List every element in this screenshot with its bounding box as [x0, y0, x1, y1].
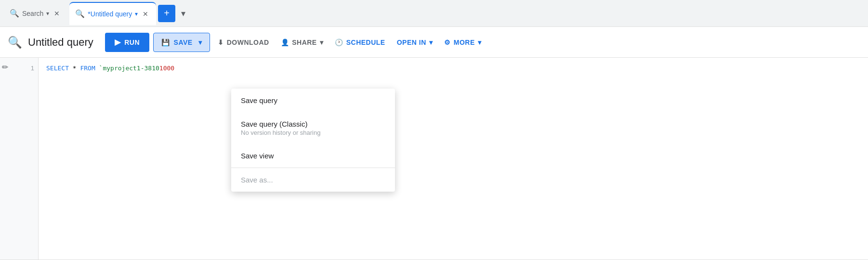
line-number-1: 1: [31, 64, 34, 73]
share-icon: 👤: [281, 39, 289, 46]
tab-search-close[interactable]: ✕: [52, 9, 62, 18]
save-query-classic-label: Save query (Classic): [241, 120, 385, 128]
more-label: MORE: [454, 39, 475, 46]
more-tabs-button[interactable]: ▾: [177, 6, 189, 21]
tab-untitled-query[interactable]: 🔍 *Untitled query ▾ ✕: [69, 2, 156, 25]
open-in-button[interactable]: OPEN IN ▾: [393, 33, 437, 52]
download-icon: ⬇: [218, 39, 224, 46]
query-title-icon: 🔍: [8, 36, 22, 49]
query-title: Untitled query: [28, 36, 93, 49]
edit-pencil-icon: ✏: [2, 63, 8, 72]
open-in-dropdown-arrow[interactable]: ▾: [429, 39, 433, 46]
save-button[interactable]: 💾 SAVE ▾: [153, 33, 210, 52]
tab-query-dropdown-arrow[interactable]: ▾: [135, 11, 138, 17]
download-label: DOWNLOAD: [227, 39, 269, 46]
code-editor[interactable]: SELECT * FROM `myproject1-38101000: [39, 58, 868, 260]
save-dropdown: Save query Save query (Classic) No versi…: [231, 89, 395, 192]
more-dropdown-arrow[interactable]: ▾: [478, 39, 482, 46]
search-tab-icon: 🔍: [10, 9, 19, 18]
save-query-label: Save query: [241, 96, 385, 104]
save-dropdown-arrow[interactable]: ▾: [198, 39, 202, 46]
tab-query-close[interactable]: ✕: [141, 9, 150, 19]
toolbar: 🔍 Untitled query ▶ RUN 💾 SAVE ▾ ⬇ DOWNLO…: [0, 27, 868, 58]
share-label: SHARE: [292, 39, 317, 46]
save-view-label: Save view: [241, 152, 385, 160]
run-button[interactable]: ▶ RUN: [105, 33, 149, 52]
tab-search-label: Search: [22, 10, 43, 17]
keyword-select: SELECT: [46, 65, 69, 72]
keyword-from: FROM: [80, 65, 95, 72]
tab-search[interactable]: 🔍 Search ▾ ✕: [4, 2, 67, 25]
run-icon: ▶: [115, 38, 121, 47]
more-icon: ⚙: [444, 39, 451, 46]
save-as-label: Save as...: [241, 176, 385, 184]
code-star: *: [73, 65, 80, 72]
schedule-label: SCHEDULE: [346, 39, 385, 46]
save-query-classic-item[interactable]: Save query (Classic) No version history …: [231, 112, 395, 144]
share-dropdown-arrow[interactable]: ▾: [320, 39, 324, 46]
save-as-item: Save as...: [231, 168, 395, 192]
save-view-item[interactable]: Save view: [231, 144, 395, 168]
add-tab-button[interactable]: +: [158, 5, 175, 22]
save-query-item[interactable]: Save query: [231, 89, 395, 112]
schedule-button[interactable]: 🕐 SCHEDULE: [331, 33, 389, 52]
table-ref: `myproject1-3810: [99, 65, 159, 72]
more-button[interactable]: ⚙ MORE ▾: [440, 33, 485, 52]
tab-query-label: *Untitled query: [88, 10, 132, 18]
open-in-label: OPEN IN: [397, 39, 426, 46]
tab-search-dropdown-arrow[interactable]: ▾: [46, 10, 49, 17]
edit-icon-col: ✏: [0, 58, 15, 260]
download-button[interactable]: ⬇ DOWNLOAD: [214, 33, 273, 52]
line-number-col: 1: [15, 58, 39, 260]
query-tab-icon: 🔍: [75, 9, 85, 18]
tab-bar: 🔍 Search ▾ ✕ 🔍 *Untitled query ▾ ✕ + ▾: [0, 0, 868, 27]
table-ref-num: 1000: [159, 65, 174, 72]
save-label: SAVE: [174, 39, 193, 46]
save-icon: 💾: [161, 39, 170, 46]
editor-area: ✏ 1 SELECT * FROM `myproject1-38101000 S…: [0, 58, 868, 260]
share-button[interactable]: 👤 SHARE ▾: [277, 33, 328, 52]
schedule-icon: 🕐: [335, 39, 343, 46]
run-label: RUN: [124, 39, 140, 46]
save-query-classic-subtext: No version history or sharing: [241, 129, 385, 136]
